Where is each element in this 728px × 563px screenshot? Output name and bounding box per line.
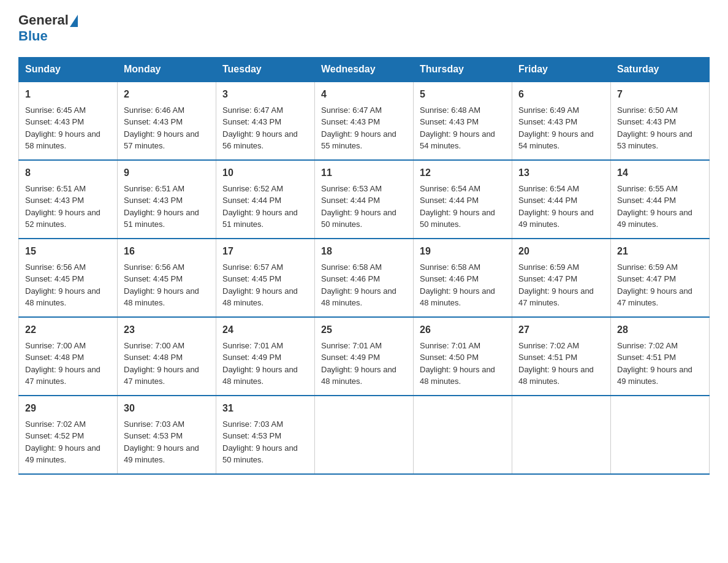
day-number: 5: [420, 87, 506, 102]
day-info: Sunrise: 7:01 AMSunset: 4:49 PMDaylight:…: [222, 341, 298, 386]
day-cell-2: 2Sunrise: 6:46 AMSunset: 4:43 PMDaylight…: [118, 82, 216, 160]
day-info: Sunrise: 6:54 AMSunset: 4:44 PMDaylight:…: [420, 184, 495, 229]
day-cell-1: 1Sunrise: 6:45 AMSunset: 4:43 PMDaylight…: [19, 82, 118, 160]
day-cell-15: 15Sunrise: 6:56 AMSunset: 4:45 PMDayligh…: [19, 239, 118, 317]
weekday-header-wednesday: Wednesday: [315, 57, 414, 82]
day-cell-13: 13Sunrise: 6:54 AMSunset: 4:44 PMDayligh…: [512, 160, 611, 239]
day-info: Sunrise: 7:00 AMSunset: 4:48 PMDaylight:…: [124, 341, 199, 386]
weekday-header-sunday: Sunday: [19, 57, 118, 82]
day-info: Sunrise: 7:03 AMSunset: 4:53 PMDaylight:…: [222, 419, 298, 465]
day-info: Sunrise: 7:01 AMSunset: 4:50 PMDaylight:…: [420, 341, 495, 386]
day-number: 29: [25, 401, 111, 416]
day-number: 13: [518, 166, 604, 180]
day-number: 30: [124, 401, 210, 416]
day-number: 27: [518, 323, 604, 337]
day-info: Sunrise: 6:58 AMSunset: 4:46 PMDaylight:…: [420, 262, 495, 308]
day-cell-9: 9Sunrise: 6:51 AMSunset: 4:43 PMDaylight…: [118, 160, 216, 239]
day-info: Sunrise: 6:58 AMSunset: 4:46 PMDaylight:…: [321, 262, 396, 308]
day-info: Sunrise: 7:02 AMSunset: 4:52 PMDaylight:…: [25, 419, 100, 465]
day-cell-16: 16Sunrise: 6:56 AMSunset: 4:45 PMDayligh…: [118, 239, 216, 317]
day-cell-12: 12Sunrise: 6:54 AMSunset: 4:44 PMDayligh…: [414, 160, 512, 239]
week-row-5: 29Sunrise: 7:02 AMSunset: 4:52 PMDayligh…: [19, 396, 710, 474]
day-info: Sunrise: 6:59 AMSunset: 4:47 PMDaylight:…: [617, 262, 692, 308]
day-cell-11: 11Sunrise: 6:53 AMSunset: 4:44 PMDayligh…: [315, 160, 414, 239]
day-number: 15: [25, 244, 111, 259]
day-cell-7: 7Sunrise: 6:50 AMSunset: 4:43 PMDaylight…: [611, 82, 710, 160]
day-number: 28: [617, 323, 703, 337]
day-number: 22: [25, 323, 111, 337]
day-info: Sunrise: 6:46 AMSunset: 4:43 PMDaylight:…: [124, 105, 199, 151]
empty-cell: [611, 396, 710, 474]
day-cell-22: 22Sunrise: 7:00 AMSunset: 4:48 PMDayligh…: [19, 317, 118, 396]
day-number: 4: [321, 87, 407, 102]
empty-cell: [414, 396, 512, 474]
day-info: Sunrise: 6:57 AMSunset: 4:45 PMDaylight:…: [222, 262, 298, 308]
day-number: 12: [420, 166, 506, 180]
day-cell-27: 27Sunrise: 7:02 AMSunset: 4:51 PMDayligh…: [512, 317, 611, 396]
day-number: 2: [124, 87, 210, 102]
day-number: 1: [25, 87, 111, 102]
day-cell-21: 21Sunrise: 6:59 AMSunset: 4:47 PMDayligh…: [611, 239, 710, 317]
logo: General Blue: [18, 12, 78, 45]
day-cell-24: 24Sunrise: 7:01 AMSunset: 4:49 PMDayligh…: [216, 317, 315, 396]
day-number: 25: [321, 323, 407, 337]
day-info: Sunrise: 7:03 AMSunset: 4:53 PMDaylight:…: [124, 419, 199, 465]
logo-general: General: [18, 12, 69, 28]
day-number: 9: [124, 166, 210, 180]
day-info: Sunrise: 7:02 AMSunset: 4:51 PMDaylight:…: [518, 341, 594, 386]
day-info: Sunrise: 7:00 AMSunset: 4:48 PMDaylight:…: [25, 341, 100, 386]
day-cell-5: 5Sunrise: 6:48 AMSunset: 4:43 PMDaylight…: [414, 82, 512, 160]
day-number: 23: [124, 323, 210, 337]
day-cell-10: 10Sunrise: 6:52 AMSunset: 4:44 PMDayligh…: [216, 160, 315, 239]
day-cell-19: 19Sunrise: 6:58 AMSunset: 4:46 PMDayligh…: [414, 239, 512, 317]
day-cell-31: 31Sunrise: 7:03 AMSunset: 4:53 PMDayligh…: [216, 396, 315, 474]
day-info: Sunrise: 7:02 AMSunset: 4:51 PMDaylight:…: [617, 341, 692, 386]
day-number: 19: [420, 244, 506, 259]
day-number: 20: [518, 244, 604, 259]
day-cell-29: 29Sunrise: 7:02 AMSunset: 4:52 PMDayligh…: [19, 396, 118, 474]
day-number: 7: [617, 87, 703, 102]
day-info: Sunrise: 6:48 AMSunset: 4:43 PMDaylight:…: [420, 105, 495, 151]
week-row-2: 8Sunrise: 6:51 AMSunset: 4:43 PMDaylight…: [19, 160, 710, 239]
day-info: Sunrise: 6:47 AMSunset: 4:43 PMDaylight:…: [321, 105, 396, 151]
weekday-header-row: SundayMondayTuesdayWednesdayThursdayFrid…: [19, 57, 710, 82]
week-row-4: 22Sunrise: 7:00 AMSunset: 4:48 PMDayligh…: [19, 317, 710, 396]
day-info: Sunrise: 6:49 AMSunset: 4:43 PMDaylight:…: [518, 105, 594, 151]
day-info: Sunrise: 6:51 AMSunset: 4:43 PMDaylight:…: [25, 184, 100, 229]
day-number: 26: [420, 323, 506, 337]
day-cell-8: 8Sunrise: 6:51 AMSunset: 4:43 PMDaylight…: [19, 160, 118, 239]
day-cell-30: 30Sunrise: 7:03 AMSunset: 4:53 PMDayligh…: [118, 396, 216, 474]
weekday-header-tuesday: Tuesday: [216, 57, 315, 82]
day-cell-17: 17Sunrise: 6:57 AMSunset: 4:45 PMDayligh…: [216, 239, 315, 317]
day-info: Sunrise: 6:51 AMSunset: 4:43 PMDaylight:…: [124, 184, 199, 229]
day-number: 3: [222, 87, 308, 102]
day-info: Sunrise: 6:45 AMSunset: 4:43 PMDaylight:…: [25, 105, 100, 151]
day-number: 18: [321, 244, 407, 259]
day-cell-23: 23Sunrise: 7:00 AMSunset: 4:48 PMDayligh…: [118, 317, 216, 396]
day-cell-28: 28Sunrise: 7:02 AMSunset: 4:51 PMDayligh…: [611, 317, 710, 396]
day-info: Sunrise: 6:54 AMSunset: 4:44 PMDaylight:…: [518, 184, 594, 229]
day-number: 21: [617, 244, 703, 259]
day-info: Sunrise: 6:53 AMSunset: 4:44 PMDaylight:…: [321, 184, 396, 229]
day-number: 6: [518, 87, 604, 102]
page-header: General Blue: [18, 12, 710, 45]
day-cell-25: 25Sunrise: 7:01 AMSunset: 4:49 PMDayligh…: [315, 317, 414, 396]
day-number: 16: [124, 244, 210, 259]
day-info: Sunrise: 6:56 AMSunset: 4:45 PMDaylight:…: [25, 262, 100, 308]
weekday-header-saturday: Saturday: [611, 57, 710, 82]
day-info: Sunrise: 6:56 AMSunset: 4:45 PMDaylight:…: [124, 262, 199, 308]
day-info: Sunrise: 6:50 AMSunset: 4:43 PMDaylight:…: [617, 105, 692, 151]
calendar-table: SundayMondayTuesdayWednesdayThursdayFrid…: [18, 57, 710, 475]
day-number: 8: [25, 166, 111, 180]
day-info: Sunrise: 6:59 AMSunset: 4:47 PMDaylight:…: [518, 262, 594, 308]
day-info: Sunrise: 6:55 AMSunset: 4:44 PMDaylight:…: [617, 184, 692, 229]
day-cell-18: 18Sunrise: 6:58 AMSunset: 4:46 PMDayligh…: [315, 239, 414, 317]
day-number: 24: [222, 323, 308, 337]
week-row-1: 1Sunrise: 6:45 AMSunset: 4:43 PMDaylight…: [19, 82, 710, 160]
weekday-header-monday: Monday: [118, 57, 216, 82]
day-number: 10: [222, 166, 308, 180]
day-info: Sunrise: 7:01 AMSunset: 4:49 PMDaylight:…: [321, 341, 396, 386]
day-cell-4: 4Sunrise: 6:47 AMSunset: 4:43 PMDaylight…: [315, 82, 414, 160]
day-number: 14: [617, 166, 703, 180]
weekday-header-thursday: Thursday: [414, 57, 512, 82]
